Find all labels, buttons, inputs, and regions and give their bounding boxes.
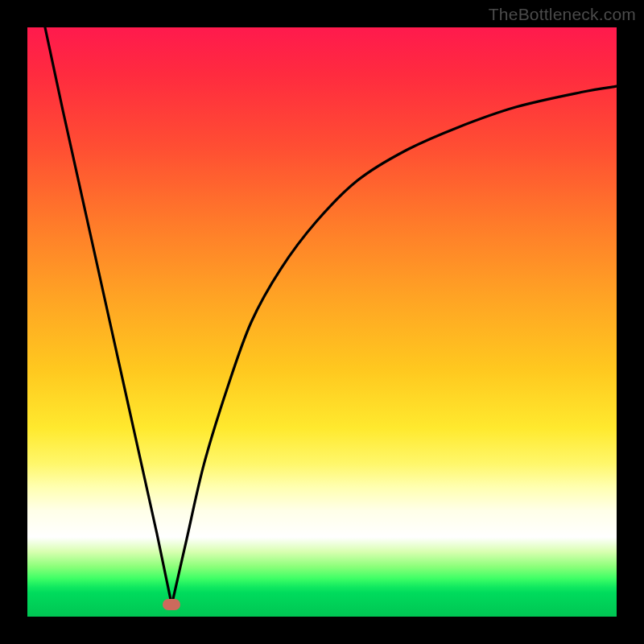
chart-frame: TheBottleneck.com: [0, 0, 644, 644]
minimum-marker: [163, 599, 180, 610]
bottleneck-curve: [27, 27, 617, 617]
watermark-text: TheBottleneck.com: [489, 5, 636, 24]
plot-area: [27, 27, 617, 617]
